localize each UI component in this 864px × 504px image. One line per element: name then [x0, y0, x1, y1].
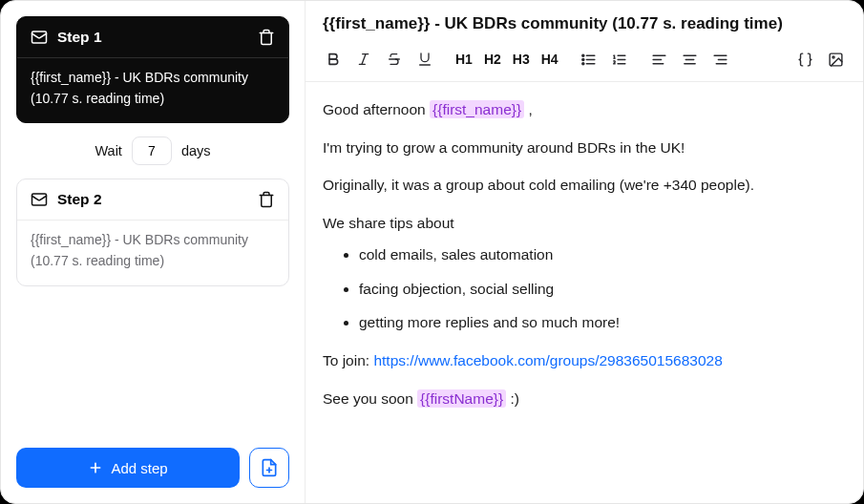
add-step-button[interactable]: Add step: [16, 448, 240, 488]
import-template-button[interactable]: [249, 448, 289, 488]
step-card-1[interactable]: Step 1 {{first_name}} - UK BDRs communit…: [16, 16, 289, 123]
body-p3: We share tips about: [323, 211, 846, 236]
format-group: [323, 49, 435, 70]
mail-icon: [31, 29, 48, 46]
align-left-button[interactable]: [649, 49, 670, 70]
trash-icon[interactable]: [258, 191, 275, 208]
file-plus-icon: [260, 458, 279, 477]
wait-row: Wait days: [16, 136, 289, 165]
plus-icon: [88, 460, 103, 475]
align-right-button[interactable]: [710, 49, 731, 70]
insert-group: [794, 49, 846, 70]
h4-button[interactable]: H4: [540, 52, 559, 67]
bold-button[interactable]: [323, 49, 344, 70]
step-subject-preview: {{first_name}} - UK BDRs community (10.7…: [17, 58, 288, 122]
list-item: getting more replies and so much more!: [359, 310, 846, 335]
svg-rect-1: [32, 194, 47, 205]
wait-prefix: Wait: [95, 143, 121, 158]
align-group: [649, 49, 731, 70]
closing-pre: See you soon: [323, 390, 417, 407]
svg-line-4: [362, 54, 366, 65]
step-card-2[interactable]: Step 2 {{first_name}} - UK BDRs communit…: [16, 178, 289, 285]
strikethrough-button[interactable]: [384, 49, 405, 70]
steps-sidebar: Step 1 {{first_name}} - UK BDRs communit…: [1, 1, 305, 503]
italic-button[interactable]: [353, 49, 374, 70]
ordered-list-button[interactable]: [609, 49, 630, 70]
heading-group: H1 H2 H3 H4: [454, 52, 559, 67]
body-p1: I'm trying to grow a community around BD…: [323, 136, 846, 160]
svg-point-12: [582, 62, 584, 64]
wait-days-input[interactable]: [132, 136, 172, 165]
svg-point-10: [582, 54, 584, 56]
add-step-label: Add step: [111, 460, 167, 476]
merge-tag-firstname[interactable]: {{firstName}}: [417, 389, 506, 408]
greeting-text: Good afternoon: [323, 101, 430, 117]
list-item: cold emails, sales automation: [359, 242, 846, 267]
h1-button[interactable]: H1: [454, 52, 474, 67]
svg-point-11: [582, 58, 584, 60]
mail-icon: [31, 191, 48, 208]
editor-toolbar: H1 H2 H3 H4: [306, 45, 863, 82]
list-item: facing objection, social selling: [359, 277, 846, 302]
body-bullets: cold emails, sales automation facing obj…: [323, 242, 846, 335]
bullet-list-button[interactable]: [579, 49, 600, 70]
email-editor: {{first_name}} - UK BDRs community (10.7…: [305, 1, 863, 503]
greeting-post: ,: [524, 101, 533, 117]
app-window: Step 1 {{first_name}} - UK BDRs communit…: [0, 0, 864, 504]
step-title: Step 2: [57, 191, 102, 208]
variable-button[interactable]: [794, 49, 815, 70]
step-header: Step 1: [17, 17, 288, 58]
image-button[interactable]: [825, 49, 846, 70]
subject-line[interactable]: {{first_name}} - UK BDRs community (10.7…: [306, 1, 863, 45]
trash-icon[interactable]: [258, 29, 275, 46]
step-subject-preview: {{first_name}} - UK BDRs community (10.7…: [17, 220, 288, 284]
step-header: Step 2: [17, 179, 288, 220]
h2-button[interactable]: H2: [483, 52, 502, 67]
underline-button[interactable]: [414, 49, 435, 70]
align-center-button[interactable]: [680, 49, 701, 70]
svg-point-26: [832, 55, 833, 57]
sidebar-actions: Add step: [16, 442, 289, 488]
email-body[interactable]: Good afternoon {{first_name}} , I'm tryi…: [306, 82, 863, 439]
body-p2: Originally, it was a group about cold em…: [323, 173, 846, 198]
join-link[interactable]: https://www.facebook.com/groups/29836501…: [373, 352, 722, 368]
svg-rect-0: [32, 32, 47, 43]
merge-tag-first-name[interactable]: {{first_name}}: [430, 100, 524, 118]
step-title: Step 1: [57, 29, 102, 46]
wait-suffix: days: [181, 143, 211, 158]
join-pre: To join:: [323, 352, 373, 368]
h3-button[interactable]: H3: [512, 52, 531, 67]
closing-post: :): [506, 390, 519, 407]
list-group: [579, 49, 630, 70]
